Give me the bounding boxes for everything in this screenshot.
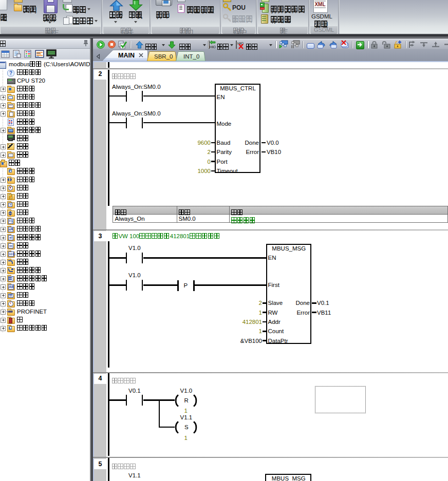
svg-text:SBR_0: SBR_0: [154, 53, 173, 60]
svg-text:MAIN: MAIN: [118, 52, 135, 59]
svg-text:HЮ: HЮ: [210, 45, 216, 49]
svg-text:INT_0: INT_0: [183, 53, 199, 60]
